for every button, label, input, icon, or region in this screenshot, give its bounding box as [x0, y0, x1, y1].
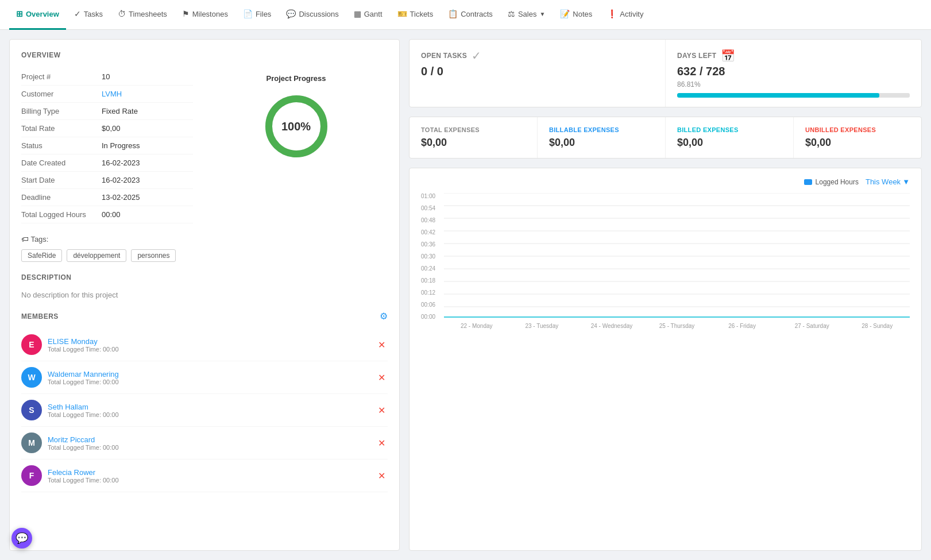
members-header: MEMBERS ⚙	[21, 311, 388, 322]
this-week-button[interactable]: This Week ▼	[866, 177, 910, 186]
nav-item-overview[interactable]: ⊞ Overview	[9, 0, 66, 30]
avatar-moritz: M	[21, 432, 42, 453]
y-label-6: 00:24	[421, 265, 444, 272]
member-row: F Felecia Rower Total Logged Time: 00:00…	[21, 459, 388, 492]
svg-text:23 - Tuesday: 23 - Tuesday	[525, 323, 558, 329]
svg-text:28 - Sunday: 28 - Sunday	[862, 323, 893, 329]
remove-member-moritz[interactable]: ✕	[376, 435, 388, 451]
nav-item-notes[interactable]: 📝 Notes	[553, 0, 599, 30]
project-progress-area: Project Progress 100%	[204, 68, 388, 223]
gantt-icon: ▦	[354, 9, 361, 18]
nav-item-timesheets[interactable]: ⏱ Timesheets	[111, 0, 174, 30]
nav-item-milestones[interactable]: ⚑ Milestones	[175, 0, 235, 30]
stats-row: OPEN TASKS ✓ 0 / 0 DAYS LEFT 📅 632 / 728…	[409, 39, 922, 107]
sales-icon: ⚖	[508, 9, 515, 18]
member-row: M Moritz Piccard Total Logged Time: 00:0…	[21, 427, 388, 459]
chat-icon: 💬	[16, 532, 28, 544]
tag-icon: 🏷	[21, 235, 29, 244]
check-icon: ✓	[472, 49, 481, 63]
files-icon: 📄	[243, 9, 253, 18]
timesheets-icon: ⏱	[118, 9, 126, 18]
member-info-felecia: Felecia Rower Total Logged Time: 00:00	[48, 468, 376, 484]
total-logged-row: Total Logged Hours 00:00	[21, 206, 193, 223]
total-rate-row: Total Rate $0,00	[21, 120, 193, 137]
svg-text:25 - Thursday: 25 - Thursday	[659, 323, 695, 329]
members-section: MEMBERS ⚙ E ELISE Monday Total Logged Ti…	[21, 311, 388, 492]
nav-item-sales[interactable]: ⚖ Sales ▼	[501, 0, 552, 30]
chart-svg: 22 - Monday 23 - Tuesday 24 - Wednesday …	[444, 193, 910, 331]
chart-header: Logged Hours This Week ▼	[421, 177, 910, 186]
members-settings-icon[interactable]: ⚙	[380, 311, 388, 322]
svg-text:26 - Friday: 26 - Friday	[728, 323, 756, 329]
nav-item-discussions[interactable]: 💬 Discussions	[279, 0, 345, 30]
nav-item-gantt[interactable]: ▦ Gantt	[347, 0, 389, 30]
tag-saferide[interactable]: SafeRide	[21, 249, 62, 262]
y-label-10: 00:00	[421, 314, 444, 320]
tasks-icon: ✓	[74, 9, 81, 18]
project-number-row: Project # 10	[21, 68, 193, 86]
tickets-icon: 🎫	[397, 9, 407, 18]
y-axis-labels: 01:00 00:54 00:48 00:42 00:36 00:30 00:2…	[421, 193, 444, 333]
billing-type-row: Billing Type Fixed Rate	[21, 103, 193, 120]
chart-panel: Logged Hours This Week ▼ 01:00 00:54 00:…	[409, 168, 922, 551]
member-row: W Waldemar Mannering Total Logged Time: …	[21, 361, 388, 394]
left-panel: OVERVIEW Project # 10 Customer LVMH Bill…	[9, 39, 400, 551]
y-label-5: 00:30	[421, 253, 444, 260]
progress-donut: 100%	[262, 92, 331, 161]
nav-item-files[interactable]: 📄 Files	[236, 0, 278, 30]
contracts-icon: 📋	[448, 9, 458, 18]
avatar-felecia: F	[21, 465, 42, 486]
remove-member-waldemar[interactable]: ✕	[376, 370, 388, 385]
remove-member-felecia[interactable]: ✕	[376, 468, 388, 484]
member-info-seth: Seth Hallam Total Logged Time: 00:00	[48, 403, 376, 418]
milestones-icon: ⚑	[182, 9, 190, 18]
y-label-3: 00:42	[421, 229, 444, 235]
activity-icon: ❗	[607, 9, 617, 18]
open-tasks-header: OPEN TASKS ✓	[421, 49, 654, 63]
remove-member-seth[interactable]: ✕	[376, 403, 388, 418]
avatar-seth: S	[21, 400, 42, 420]
days-left-progress-bar	[677, 93, 910, 98]
y-label-7: 00:18	[421, 277, 444, 284]
member-row: S Seth Hallam Total Logged Time: 00:00 ✕	[21, 394, 388, 427]
expenses-row: TOTAL EXPENSES $0,00 BILLABLE EXPENSES $…	[409, 117, 922, 159]
overview-info: Project # 10 Customer LVMH Billing Type …	[21, 68, 204, 223]
svg-text:27 - Saturday: 27 - Saturday	[795, 323, 829, 329]
main-content: OVERVIEW Project # 10 Customer LVMH Bill…	[0, 30, 931, 560]
days-left-card: DAYS LEFT 📅 632 / 728 86.81%	[666, 40, 921, 107]
description-section: DESCRIPTION No description for this proj…	[21, 273, 388, 299]
nav-item-tickets[interactable]: 🎫 Tickets	[391, 0, 441, 30]
y-label-0: 01:00	[421, 193, 444, 199]
chat-bubble[interactable]: 💬	[11, 528, 32, 549]
days-left-header: DAYS LEFT 📅	[677, 49, 910, 63]
member-info-elise: ELISE Monday Total Logged Time: 00:00	[48, 337, 376, 353]
unbilled-expenses-card: UNBILLED EXPENSES $0,00	[794, 117, 921, 158]
deadline-row: Deadline 13-02-2025	[21, 189, 193, 206]
calendar-icon: 📅	[721, 49, 735, 63]
remove-member-elise[interactable]: ✕	[376, 337, 388, 353]
tag-personnes[interactable]: personnes	[131, 249, 176, 262]
date-created-row: Date Created 16-02-2023	[21, 155, 193, 172]
nav-item-contracts[interactable]: 📋 Contracts	[441, 0, 500, 30]
open-tasks-card: OPEN TASKS ✓ 0 / 0	[410, 40, 666, 107]
nav-item-tasks[interactable]: ✓ Tasks	[67, 0, 110, 30]
start-date-row: Start Date 16-02-2023	[21, 172, 193, 189]
avatar-elise: E	[21, 334, 42, 355]
billed-expenses-card: BILLED EXPENSES $0,00	[666, 117, 794, 158]
tags-section: 🏷 Tags: SafeRide développement personnes	[21, 235, 388, 262]
nav-item-activity[interactable]: ❗ Activity	[600, 0, 650, 30]
legend-dot	[804, 179, 812, 185]
overview-icon: ⊞	[16, 9, 23, 18]
customer-row: Customer LVMH	[21, 86, 193, 103]
status-row: Status In Progress	[21, 137, 193, 155]
avatar-waldemar: W	[21, 367, 42, 388]
right-panel: OPEN TASKS ✓ 0 / 0 DAYS LEFT 📅 632 / 728…	[409, 39, 922, 551]
sales-dropdown-icon: ▼	[539, 11, 545, 17]
y-label-2: 00:48	[421, 217, 444, 223]
days-left-progress-fill	[677, 93, 879, 98]
member-info-waldemar: Waldemar Mannering Total Logged Time: 00…	[48, 370, 376, 385]
overview-grid: Project # 10 Customer LVMH Billing Type …	[21, 68, 388, 223]
svg-text:22 - Monday: 22 - Monday	[461, 323, 493, 329]
chart-legend: Logged Hours	[804, 178, 859, 186]
tag-developpement[interactable]: développement	[67, 249, 126, 262]
